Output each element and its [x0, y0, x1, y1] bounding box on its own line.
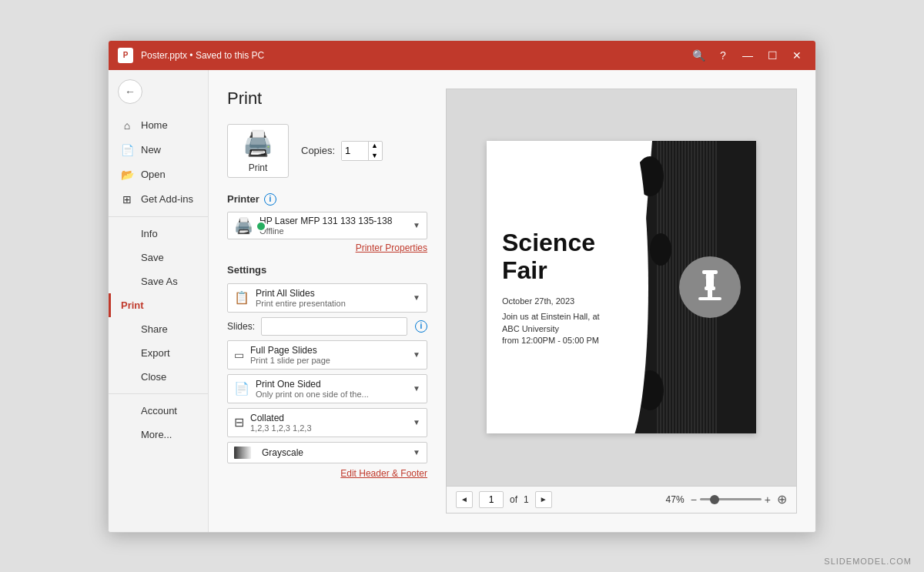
- sidebar-item-get-addins[interactable]: ⊞ Get Add-ins: [109, 187, 208, 212]
- printer-name: HP Laser MFP 131 133 135-138: [259, 216, 407, 226]
- sidebar-item-label: Open: [141, 169, 166, 180]
- slides-dropdown[interactable]: 📋 Print All Slides Print entire presenta…: [227, 283, 427, 313]
- sidebar-item-export[interactable]: Export: [109, 341, 208, 365]
- collated-chevron-icon: ▼: [413, 418, 420, 426]
- sidebar-item-home[interactable]: ⌂ Home: [109, 113, 208, 138]
- slides-input[interactable]: [261, 317, 407, 336]
- minimize-button[interactable]: —: [738, 46, 757, 65]
- zoom-out-button[interactable]: −: [691, 493, 697, 506]
- slides-dropdown-text: Print All Slides Print entire presentati…: [256, 288, 407, 308]
- page-of-label: of: [510, 494, 517, 505]
- layout-dropdown-text: Full Page Slides Print 1 slide per page: [250, 345, 407, 365]
- slide-detail2: ABC University: [502, 323, 741, 336]
- main-content: ← ⌂ Home 📄 New 📂 Open ⊞ Get Add-ins Info: [109, 70, 815, 532]
- page-total: 1: [524, 494, 529, 505]
- copies-row: Copies: ▲ ▼: [301, 141, 383, 161]
- sidebar-item-save-as[interactable]: Save As: [109, 269, 208, 293]
- sidebar-item-print[interactable]: Print: [109, 293, 208, 317]
- layout-dropdown[interactable]: ▭ Full Page Slides Print 1 slide per pag…: [227, 340, 427, 370]
- printer-info: HP Laser MFP 131 133 135-138 Offline: [259, 216, 407, 236]
- slides-dropdown-main: Print All Slides: [256, 288, 407, 299]
- sidebar-item-info[interactable]: Info: [109, 222, 208, 246]
- printer-properties-link[interactable]: Printer Properties: [227, 243, 427, 253]
- title-bar: P Poster.pptx • Saved to this PC 🔍 ? — ☐…: [109, 41, 815, 70]
- edit-header-footer-link[interactable]: Edit Header & Footer: [227, 468, 427, 479]
- slide-content: Science Fair October 27th, 2023 Join us …: [487, 141, 756, 433]
- window-title: Poster.pptx • Saved to this PC: [141, 50, 689, 61]
- copies-label: Copies:: [301, 145, 335, 156]
- preview-footer: ◄ of 1 ► 47% − + ⊕: [447, 486, 796, 513]
- zoom-slider[interactable]: [700, 498, 762, 500]
- printer-icon-wrapper: 🖨️: [234, 216, 253, 235]
- sidebar: ← ⌂ Home 📄 New 📂 Open ⊞ Get Add-ins Info: [109, 70, 209, 532]
- printer-icon: 🖨️: [243, 129, 273, 158]
- sides-dropdown-main: Print One Sided: [256, 379, 407, 390]
- prev-page-button[interactable]: ◄: [456, 491, 473, 508]
- restore-button[interactable]: ☐: [763, 46, 782, 65]
- sidebar-item-new[interactable]: 📄 New: [109, 138, 208, 162]
- collated-dropdown-icon: ⊟: [234, 415, 244, 430]
- sides-dropdown-icon: 📄: [234, 381, 249, 396]
- open-icon: 📂: [121, 169, 133, 181]
- zoom-in-button[interactable]: +: [765, 493, 771, 506]
- svg-rect-5: [702, 270, 718, 274]
- color-dropdown[interactable]: Grayscale ▼: [227, 442, 427, 463]
- help-button[interactable]: ?: [714, 46, 732, 65]
- print-area: Print 🖨️ Print Copies: ▲ ▼: [209, 70, 815, 532]
- preview-inner: Science Fair October 27th, 2023 Join us …: [447, 89, 796, 486]
- printer-select[interactable]: 🖨️ HP Laser MFP 131 133 135-138 Offline …: [227, 212, 427, 239]
- fit-to-window-icon[interactable]: ⊕: [777, 492, 787, 507]
- settings-label: Settings: [227, 264, 427, 276]
- sidebar-item-more[interactable]: More...: [109, 423, 208, 447]
- home-icon: ⌂: [121, 119, 133, 132]
- color-dropdown-main: Grayscale: [262, 447, 407, 458]
- next-page-button[interactable]: ►: [535, 491, 552, 508]
- printer-section-label: Printer: [227, 193, 259, 205]
- sidebar-item-close[interactable]: Close: [109, 365, 208, 389]
- copies-input[interactable]: [342, 142, 368, 160]
- zoom-level-label: 47%: [666, 494, 685, 505]
- svg-rect-1: [705, 286, 715, 290]
- sidebar-item-account[interactable]: Account: [109, 399, 208, 423]
- spin-up[interactable]: ▲: [369, 141, 380, 151]
- new-icon: 📄: [121, 144, 133, 156]
- collated-dropdown-text: Collated 1,2,3 1,2,3 1,2,3: [250, 413, 407, 433]
- search-button[interactable]: 🔍: [689, 46, 708, 65]
- slides-label: Slides:: [227, 321, 255, 332]
- spin-buttons: ▲ ▼: [368, 142, 380, 160]
- printer-info-icon[interactable]: i: [264, 193, 276, 206]
- collated-dropdown[interactable]: ⊟ Collated 1,2,3 1,2,3 1,2,3 ▼: [227, 408, 427, 437]
- grayscale-icon: [234, 447, 251, 459]
- layout-dropdown-main: Full Page Slides: [250, 345, 407, 356]
- copies-input-group: ▲ ▼: [341, 141, 383, 161]
- close-button[interactable]: ✕: [788, 46, 806, 65]
- layout-dropdown-sub: Print 1 slide per page: [250, 356, 407, 365]
- zoom-controls: − +: [691, 493, 771, 506]
- microscope-circle: [679, 256, 741, 318]
- sidebar-item-save[interactable]: Save: [109, 246, 208, 269]
- sidebar-item-open[interactable]: 📂 Open: [109, 162, 208, 187]
- watermark: SLIDEMODEL.COM: [824, 557, 912, 566]
- sidebar-divider: [109, 216, 208, 217]
- sidebar-item-share[interactable]: Share: [109, 317, 208, 341]
- blob-mid: [650, 233, 671, 266]
- slide-time: from 12:00PM - 05:00 PM: [502, 336, 741, 345]
- spin-down[interactable]: ▼: [369, 151, 380, 161]
- sides-dropdown-sub: Only print on one side of the...: [256, 390, 407, 399]
- printer-section-header: Printer i: [227, 193, 427, 206]
- sides-chevron-icon: ▼: [413, 384, 420, 393]
- print-settings: Print 🖨️ Print Copies: ▲ ▼: [227, 89, 427, 513]
- page-number-input[interactable]: [479, 491, 504, 508]
- print-title: Print: [227, 89, 427, 109]
- printer-online-dot: [256, 221, 266, 232]
- print-button[interactable]: 🖨️ Print: [227, 124, 289, 178]
- print-btn-label: Print: [249, 162, 268, 173]
- window-controls: 🔍 ? — ☐ ✕: [689, 46, 806, 65]
- app-window: P Poster.pptx • Saved to this PC 🔍 ? — ☐…: [108, 40, 816, 533]
- slides-info-icon[interactable]: i: [415, 320, 427, 333]
- collated-dropdown-sub: 1,2,3 1,2,3 1,2,3: [250, 423, 407, 433]
- printer-device-icon: 🖨️: [234, 216, 253, 235]
- sides-dropdown[interactable]: 📄 Print One Sided Only print on one side…: [227, 374, 427, 403]
- back-button[interactable]: ←: [118, 79, 142, 104]
- sidebar-item-label: New: [141, 144, 161, 156]
